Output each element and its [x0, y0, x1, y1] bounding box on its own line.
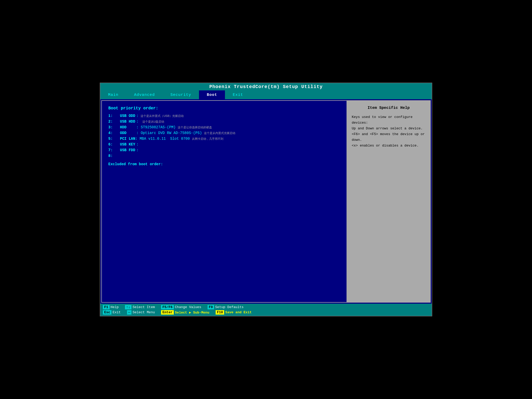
- bios-title: Phoenix TrustedCore(tm) Setup Utility: [209, 84, 323, 89]
- tab-advanced[interactable]: Advanced: [126, 90, 163, 99]
- boot-item-4[interactable]: 4: ODD : Optiarc DVD RW AD-7580S-(PS) 这个…: [108, 131, 340, 135]
- boot-item-5[interactable]: 5: PCI LAN: MBA v11.0.11 Slot 0700 从网卡启动…: [108, 137, 340, 141]
- left-panel: Boot priority order: 1: USB ODD : 这个是从外置…: [102, 101, 347, 302]
- right-panel: Item Specific Help Keys used to view or …: [347, 101, 430, 302]
- boot-item-6[interactable]: 6: USB KEY :: [108, 142, 340, 147]
- key-esc: Esc Exit: [103, 310, 121, 315]
- main-content: Boot priority order: 1: USB ODD : 这个是从外置…: [101, 100, 431, 303]
- key-f5f6: F5/F6 Change Values: [161, 305, 201, 309]
- boot-item-7[interactable]: 7: USB FDD :: [108, 148, 340, 152]
- nav-tabs: Main Advanced Security Boot Exit: [100, 90, 432, 99]
- title-bar: Phoenix TrustedCore(tm) Setup Utility: [100, 83, 432, 90]
- key-updown: ↑↓ Select Item: [125, 305, 155, 309]
- excluded-title: Excluded from boot order:: [108, 162, 340, 166]
- help-title: Item Specific Help: [352, 105, 425, 111]
- bios-screen: Phoenix TrustedCore(tm) Setup Utility Ma…: [100, 83, 432, 316]
- tab-main[interactable]: Main: [100, 90, 126, 99]
- tab-boot[interactable]: Boot: [199, 90, 225, 99]
- key-f10: F10 Save and Exit: [216, 310, 252, 315]
- boot-item-3[interactable]: 3: HDD : ST9250827AS-(PM) 这个是让你选择启动的硬盘: [108, 125, 340, 129]
- bottom-bar: F1 Help ↑↓ Select Item F5/F6 Change Valu…: [100, 304, 432, 316]
- tab-exit[interactable]: Exit: [225, 90, 251, 99]
- boot-item-8[interactable]: 8:: [108, 154, 340, 158]
- boot-item-2[interactable]: 2: USB HDD : 这个是从U盘启动: [108, 119, 340, 124]
- boot-section-title: Boot priority order:: [108, 106, 340, 111]
- boot-item-1[interactable]: 1: USB ODD : 这个是从外置式（USB）光驱启动: [108, 114, 340, 118]
- key-leftright: ↔ Select Menu: [127, 310, 155, 315]
- key-f9: F9 Setup Defaults: [208, 305, 244, 309]
- help-text: Keys used to view or configure devices: …: [352, 114, 425, 149]
- tab-security[interactable]: Security: [163, 90, 199, 99]
- key-f1: F1 Help: [103, 305, 119, 309]
- key-enter: Enter Select ▶ Sub-Menu: [161, 310, 209, 315]
